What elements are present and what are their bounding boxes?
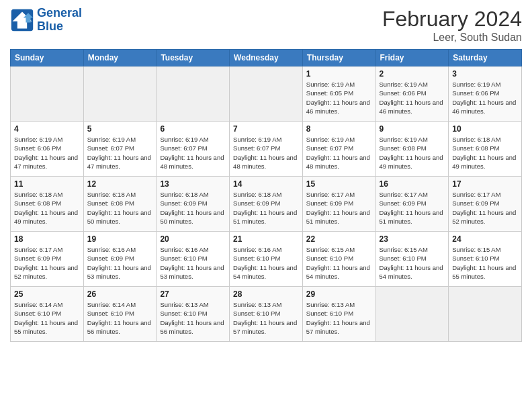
calendar-cell: 15Sunrise: 6:17 AMSunset: 6:09 PMDayligh…: [302, 177, 375, 232]
day-info: Sunrise: 6:18 AMSunset: 6:09 PMDaylight:…: [160, 190, 226, 226]
title-area: February 2024 Leer, South Sudan: [382, 7, 522, 44]
day-number: 22: [306, 234, 372, 244]
logo: General Blue: [10, 7, 82, 34]
calendar-cell: [11, 66, 84, 122]
header-thursday: Thursday: [302, 50, 375, 66]
calendar-cell: 19Sunrise: 6:16 AMSunset: 6:09 PMDayligh…: [83, 232, 157, 287]
day-number: 16: [380, 179, 445, 189]
header-tuesday: Tuesday: [157, 50, 230, 66]
day-number: 2: [380, 69, 445, 79]
day-number: 24: [452, 234, 518, 244]
header: General Blue February 2024 Leer, South S…: [10, 7, 522, 44]
calendar-cell: 29Sunrise: 6:13 AMSunset: 6:10 PMDayligh…: [302, 287, 375, 342]
calendar-cell: 9Sunrise: 6:19 AMSunset: 6:08 PMDaylight…: [375, 122, 449, 177]
day-info: Sunrise: 6:15 AMSunset: 6:10 PMDaylight:…: [306, 245, 372, 281]
calendar-cell: 8Sunrise: 6:19 AMSunset: 6:07 PMDaylight…: [302, 122, 375, 177]
day-info: Sunrise: 6:19 AMSunset: 6:06 PMDaylight:…: [380, 80, 445, 116]
day-number: 19: [87, 234, 153, 244]
day-info: Sunrise: 6:19 AMSunset: 6:06 PMDaylight:…: [14, 135, 80, 171]
header-monday: Monday: [83, 50, 157, 66]
day-info: Sunrise: 6:19 AMSunset: 6:08 PMDaylight:…: [380, 135, 445, 171]
calendar-cell: 23Sunrise: 6:15 AMSunset: 6:10 PMDayligh…: [375, 232, 449, 287]
calendar-cell: 11Sunrise: 6:18 AMSunset: 6:08 PMDayligh…: [11, 177, 84, 232]
day-number: 29: [306, 289, 372, 299]
calendar-cell: 13Sunrise: 6:18 AMSunset: 6:09 PMDayligh…: [157, 177, 230, 232]
day-info: Sunrise: 6:19 AMSunset: 6:07 PMDaylight:…: [87, 135, 153, 171]
calendar-cell: 28Sunrise: 6:13 AMSunset: 6:10 PMDayligh…: [230, 287, 303, 342]
day-info: Sunrise: 6:13 AMSunset: 6:10 PMDaylight:…: [160, 300, 226, 336]
calendar-cell: 27Sunrise: 6:13 AMSunset: 6:10 PMDayligh…: [157, 287, 230, 342]
page: General Blue February 2024 Leer, South S…: [0, 0, 532, 411]
calendar-cell: 6Sunrise: 6:19 AMSunset: 6:07 PMDaylight…: [157, 122, 230, 177]
day-number: 28: [233, 289, 299, 299]
month-title: February 2024: [382, 7, 522, 32]
day-number: 17: [452, 179, 518, 189]
day-number: 10: [452, 124, 518, 134]
day-number: 13: [160, 179, 226, 189]
day-number: 9: [380, 124, 445, 134]
calendar-week-row-1: 4Sunrise: 6:19 AMSunset: 6:06 PMDaylight…: [11, 122, 522, 177]
day-info: Sunrise: 6:16 AMSunset: 6:10 PMDaylight:…: [233, 245, 299, 281]
logo-line1: General: [37, 6, 82, 19]
day-info: Sunrise: 6:18 AMSunset: 6:08 PMDaylight:…: [452, 135, 518, 171]
calendar-cell: 2Sunrise: 6:19 AMSunset: 6:06 PMDaylight…: [375, 66, 449, 122]
day-number: 20: [160, 234, 226, 244]
calendar-week-row-2: 11Sunrise: 6:18 AMSunset: 6:08 PMDayligh…: [11, 177, 522, 232]
calendar-cell: 18Sunrise: 6:17 AMSunset: 6:09 PMDayligh…: [11, 232, 84, 287]
day-info: Sunrise: 6:18 AMSunset: 6:08 PMDaylight:…: [87, 190, 153, 226]
calendar-cell: 14Sunrise: 6:18 AMSunset: 6:09 PMDayligh…: [230, 177, 303, 232]
calendar-week-row-3: 18Sunrise: 6:17 AMSunset: 6:09 PMDayligh…: [11, 232, 522, 287]
calendar-week-row-0: 1Sunrise: 6:19 AMSunset: 6:05 PMDaylight…: [11, 66, 522, 122]
calendar-cell: 4Sunrise: 6:19 AMSunset: 6:06 PMDaylight…: [11, 122, 84, 177]
header-wednesday: Wednesday: [230, 50, 303, 66]
header-friday: Friday: [375, 50, 449, 66]
day-info: Sunrise: 6:19 AMSunset: 6:07 PMDaylight:…: [160, 135, 226, 171]
day-number: 18: [14, 234, 80, 244]
calendar-cell: 26Sunrise: 6:14 AMSunset: 6:10 PMDayligh…: [83, 287, 157, 342]
logo-icon: [10, 8, 34, 32]
day-number: 27: [160, 289, 226, 299]
calendar-cell: 17Sunrise: 6:17 AMSunset: 6:09 PMDayligh…: [449, 177, 522, 232]
calendar-cell: [375, 287, 449, 342]
calendar-cell: [83, 66, 157, 122]
day-number: 3: [452, 69, 518, 79]
day-number: 12: [87, 179, 153, 189]
calendar-cell: 21Sunrise: 6:16 AMSunset: 6:10 PMDayligh…: [230, 232, 303, 287]
calendar-cell: 10Sunrise: 6:18 AMSunset: 6:08 PMDayligh…: [449, 122, 522, 177]
day-number: 7: [233, 124, 299, 134]
calendar-cell: [157, 66, 230, 122]
location: Leer, South Sudan: [382, 32, 522, 44]
day-number: 25: [14, 289, 80, 299]
day-info: Sunrise: 6:14 AMSunset: 6:10 PMDaylight:…: [87, 300, 153, 336]
day-info: Sunrise: 6:13 AMSunset: 6:10 PMDaylight:…: [306, 300, 372, 336]
day-number: 21: [233, 234, 299, 244]
day-number: 11: [14, 179, 80, 189]
day-info: Sunrise: 6:17 AMSunset: 6:09 PMDaylight:…: [452, 190, 518, 226]
calendar-cell: 1Sunrise: 6:19 AMSunset: 6:05 PMDaylight…: [302, 66, 375, 122]
day-info: Sunrise: 6:19 AMSunset: 6:06 PMDaylight:…: [452, 80, 518, 116]
day-number: 8: [306, 124, 372, 134]
calendar-cell: 7Sunrise: 6:19 AMSunset: 6:07 PMDaylight…: [230, 122, 303, 177]
day-number: 6: [160, 124, 226, 134]
day-number: 23: [380, 234, 445, 244]
calendar-cell: 24Sunrise: 6:15 AMSunset: 6:10 PMDayligh…: [449, 232, 522, 287]
calendar-cell: 12Sunrise: 6:18 AMSunset: 6:08 PMDayligh…: [83, 177, 157, 232]
calendar-cell: 25Sunrise: 6:14 AMSunset: 6:10 PMDayligh…: [11, 287, 84, 342]
calendar-table: Sunday Monday Tuesday Wednesday Thursday…: [10, 49, 522, 342]
day-info: Sunrise: 6:16 AMSunset: 6:10 PMDaylight:…: [160, 245, 226, 281]
day-number: 1: [306, 69, 372, 79]
calendar-cell: 3Sunrise: 6:19 AMSunset: 6:06 PMDaylight…: [449, 66, 522, 122]
calendar-cell: [230, 66, 303, 122]
calendar-cell: 22Sunrise: 6:15 AMSunset: 6:10 PMDayligh…: [302, 232, 375, 287]
day-number: 4: [14, 124, 80, 134]
day-info: Sunrise: 6:15 AMSunset: 6:10 PMDaylight:…: [452, 245, 518, 281]
day-info: Sunrise: 6:17 AMSunset: 6:09 PMDaylight:…: [14, 245, 80, 281]
day-info: Sunrise: 6:17 AMSunset: 6:09 PMDaylight:…: [380, 190, 445, 226]
day-info: Sunrise: 6:13 AMSunset: 6:10 PMDaylight:…: [233, 300, 299, 336]
day-number: 5: [87, 124, 153, 134]
day-info: Sunrise: 6:18 AMSunset: 6:08 PMDaylight:…: [14, 190, 80, 226]
day-info: Sunrise: 6:19 AMSunset: 6:05 PMDaylight:…: [306, 80, 372, 116]
logo-line2: Blue: [37, 19, 63, 33]
day-number: 26: [87, 289, 153, 299]
day-number: 14: [233, 179, 299, 189]
